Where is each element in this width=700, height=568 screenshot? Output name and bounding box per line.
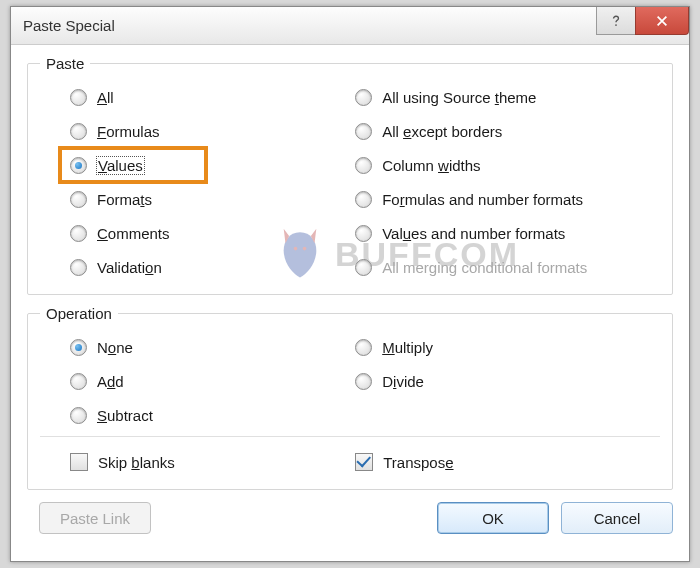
radio-icon — [355, 225, 372, 242]
skip-blanks-label: Skip blanks — [98, 454, 175, 471]
paste-radio-validation[interactable]: Validation — [40, 250, 325, 284]
operation-group: Operation NoneAddSubtract MultiplyDivide… — [27, 305, 673, 490]
radio-icon — [70, 89, 87, 106]
radio-label: Validation — [97, 259, 162, 276]
radio-label: Divide — [382, 373, 424, 390]
paste-radio-formulas-and-number-formats[interactable]: Formulas and number formats — [325, 182, 660, 216]
paste-radio-all[interactable]: All — [40, 80, 325, 114]
dialog-buttons: Paste Link OK Cancel — [27, 502, 673, 534]
paste-radio-comments[interactable]: Comments — [40, 216, 325, 250]
titlebar: Paste Special — [11, 7, 689, 45]
paste-radio-formulas[interactable]: Formulas — [40, 114, 325, 148]
ok-button[interactable]: OK — [437, 502, 549, 534]
radio-label: All using Source theme — [382, 89, 536, 106]
operation-radio-multiply[interactable]: Multiply — [325, 330, 660, 364]
radio-label: None — [97, 339, 133, 356]
transpose-checkbox[interactable]: Transpose — [325, 445, 660, 479]
dialog-title: Paste Special — [23, 17, 115, 34]
radio-label: Formulas and number formats — [382, 191, 583, 208]
paste-radio-values[interactable]: Values — [40, 148, 325, 182]
operation-legend: Operation — [40, 305, 118, 322]
paste-radio-values-and-number-formats[interactable]: Values and number formats — [325, 216, 660, 250]
radio-icon — [70, 373, 87, 390]
paste-legend: Paste — [40, 55, 90, 72]
operation-radio-subtract[interactable]: Subtract — [40, 398, 325, 432]
radio-icon — [355, 373, 372, 390]
checkbox-icon — [355, 453, 373, 471]
radio-label: All merging conditional formats — [382, 259, 587, 276]
radio-label: Subtract — [97, 407, 153, 424]
window-controls — [597, 7, 689, 35]
radio-icon — [70, 407, 87, 424]
radio-label: Multiply — [382, 339, 433, 356]
paste-special-dialog: Paste Special BUFFCOM Paste AllFormulasV… — [10, 6, 690, 562]
help-button[interactable] — [596, 7, 636, 35]
radio-icon — [70, 259, 87, 276]
paste-radio-formats[interactable]: Formats — [40, 182, 325, 216]
radio-label: All except borders — [382, 123, 502, 140]
radio-label: Add — [97, 373, 124, 390]
paste-radio-all-merging-conditional-formats: All merging conditional formats — [325, 250, 660, 284]
skip-blanks-checkbox[interactable]: Skip blanks — [40, 445, 325, 479]
paste-link-button[interactable]: Paste Link — [39, 502, 151, 534]
radio-label: All — [97, 89, 114, 106]
radio-icon — [355, 339, 372, 356]
radio-label: Column widths — [382, 157, 480, 174]
radio-icon — [355, 89, 372, 106]
radio-icon — [355, 191, 372, 208]
radio-icon — [355, 157, 372, 174]
radio-label: Formulas — [97, 123, 160, 140]
radio-label: Values — [97, 157, 144, 174]
radio-icon — [70, 339, 87, 356]
radio-icon — [70, 191, 87, 208]
paste-radio-column-widths[interactable]: Column widths — [325, 148, 660, 182]
operation-radio-add[interactable]: Add — [40, 364, 325, 398]
operation-radio-divide[interactable]: Divide — [325, 364, 660, 398]
radio-icon — [355, 123, 372, 140]
paste-radio-all-except-borders[interactable]: All except borders — [325, 114, 660, 148]
close-button[interactable] — [635, 7, 689, 35]
radio-icon — [355, 259, 372, 276]
radio-label: Comments — [97, 225, 170, 242]
paste-radio-all-using-source-theme[interactable]: All using Source theme — [325, 80, 660, 114]
radio-icon — [70, 123, 87, 140]
cancel-button[interactable]: Cancel — [561, 502, 673, 534]
paste-group: Paste AllFormulasValuesFormatsCommentsVa… — [27, 55, 673, 295]
radio-icon — [70, 225, 87, 242]
operation-radio-none[interactable]: None — [40, 330, 325, 364]
transpose-label: Transpose — [383, 454, 453, 471]
radio-icon — [70, 157, 87, 174]
radio-label: Formats — [97, 191, 152, 208]
radio-label: Values and number formats — [382, 225, 565, 242]
svg-point-0 — [615, 24, 617, 26]
checkbox-icon — [70, 453, 88, 471]
